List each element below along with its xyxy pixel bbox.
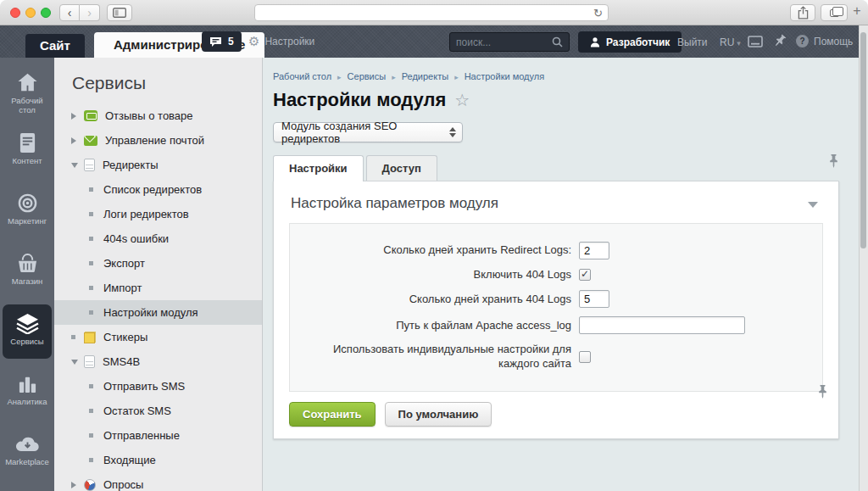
menu-item-inbox[interactable]: Входящие — [54, 448, 262, 472]
field-label: Сколько дней хранить Redirect Logs: — [290, 243, 571, 257]
chevron-right-icon[interactable] — [71, 113, 84, 120]
sidebar-item-label: Marketplace — [3, 457, 52, 466]
chevron-down-icon[interactable] — [71, 360, 84, 365]
menu-item-redirects[interactable]: Редиректы — [54, 153, 262, 177]
bullet-icon — [89, 261, 93, 265]
pushpin-icon — [818, 385, 827, 399]
sidebar-item-shop[interactable]: Магазин — [3, 244, 52, 299]
menu-item-polls[interactable]: Опросы — [54, 472, 262, 491]
menu-item-404-errors[interactable]: 404s ошибки — [54, 226, 262, 251]
select-stepper-icon — [449, 127, 456, 137]
tab-access[interactable]: Доступ — [366, 155, 437, 181]
bullet-icon — [89, 384, 93, 388]
close-window-button[interactable] — [10, 8, 20, 18]
menu-item-sms4b[interactable]: SMS4B — [54, 349, 262, 374]
breadcrumb-link[interactable]: Сервисы — [348, 71, 387, 81]
collapse-icon[interactable] — [808, 202, 818, 208]
nav-settings-button[interactable]: ⚙ Настройки — [248, 35, 314, 47]
menu-item-label: Опросы — [103, 478, 143, 491]
nav-settings-label: Настройки — [264, 36, 314, 47]
menu-item-sent[interactable]: Отправленные — [54, 423, 262, 448]
tab-settings[interactable]: Настройки — [273, 155, 364, 181]
sidebar-item-label: Контент — [3, 156, 52, 165]
menu-item-sms-balance[interactable]: Остаток SMS — [54, 399, 262, 423]
browser-tabs-overview-button[interactable] — [821, 4, 848, 21]
help-button[interactable]: ? Помощь — [796, 35, 853, 47]
enable-404-logs-checkbox[interactable] — [579, 269, 591, 281]
favorite-star-icon[interactable]: ☆ — [454, 90, 470, 110]
menu-item-redirect-logs[interactable]: Логи редиректов — [54, 202, 262, 226]
form-row-apache-access-log-path: Путь к файлам Apache access_log — [290, 316, 822, 334]
menu-item-send-sms[interactable]: Отправить SMS — [54, 374, 262, 399]
sidebar-item-analytics[interactable]: Аналитика — [3, 365, 52, 419]
browser-forward-button[interactable]: › — [80, 4, 100, 21]
form-row-enable-404-logs: Включить 404 Logs — [290, 268, 822, 282]
module-select[interactable]: Модуль создания SEO редиректов — [273, 122, 463, 142]
bullet-icon — [89, 237, 93, 241]
browser-back-button[interactable]: ‹ — [59, 4, 80, 21]
pin-menu-button[interactable] — [770, 33, 787, 52]
zoom-window-button[interactable] — [41, 8, 51, 18]
chevron-right-icon[interactable] — [71, 137, 84, 144]
menu-item-label: 404s ошибки — [103, 232, 169, 245]
new-tab-button[interactable]: + — [849, 3, 865, 19]
breadcrumb-link[interactable]: Настройки модуля — [465, 71, 544, 81]
default-button[interactable]: По умолчанию — [385, 402, 492, 427]
menu-item-module-settings[interactable]: Настройки модуля — [54, 300, 262, 325]
section-title: Настройка параметров модуля — [291, 195, 498, 211]
product-reviews-icon — [84, 110, 97, 121]
field-label: Использовать индивидуальные настройки дл… — [290, 343, 571, 371]
page-scrollbar[interactable] — [859, 25, 868, 491]
chevron-down-icon: ▾ — [737, 39, 741, 47]
form-row-per-site-settings: Использовать индивидуальные настройки дл… — [290, 343, 822, 371]
field-label: Сколько дней хранить 404 Logs — [290, 293, 571, 306]
sidebar-icon — [113, 8, 126, 18]
desktop-icon — [3, 70, 52, 94]
sidebar-item-label: Аналитика — [3, 397, 52, 406]
breadcrumb-link[interactable]: Рабочий стол — [273, 71, 331, 81]
breadcrumb-separator-icon: ▸ — [392, 73, 396, 81]
breadcrumb-link[interactable]: Редиректы — [402, 71, 448, 81]
share-icon — [798, 6, 809, 20]
reload-icon[interactable]: ↻ — [593, 7, 603, 20]
per-site-settings-checkbox[interactable] — [579, 351, 591, 363]
page-title: Настройки модуля — [273, 89, 446, 111]
logout-link[interactable]: Выйти — [677, 36, 708, 48]
browser-address-bar[interactable]: ↻ — [254, 4, 609, 21]
sidebar-item-desktop[interactable]: Рабочий стол — [3, 64, 52, 118]
menu-item-export[interactable]: Экспорт — [54, 251, 262, 276]
chevron-down-icon[interactable] — [71, 163, 84, 168]
menu-item-stickers[interactable]: Стикеры — [54, 325, 262, 349]
browser-sidebar-button[interactable] — [107, 4, 132, 21]
search-input[interactable]: поиск... — [449, 32, 570, 52]
bullet-icon[interactable] — [71, 335, 84, 339]
menu-item-import[interactable]: Импорт — [54, 276, 262, 300]
menu-item-mail-control[interactable]: Управление почтой — [54, 128, 262, 153]
bullet-icon — [89, 310, 93, 315]
redirect-logs-days-input[interactable] — [579, 242, 609, 259]
sidebar-item-marketplace[interactable]: Marketplace — [3, 425, 52, 479]
sidebar-item-services[interactable]: Сервисы — [3, 304, 52, 359]
404-logs-days-input[interactable] — [579, 290, 609, 308]
pin-buttons-button[interactable] — [818, 385, 827, 402]
bullet-icon — [89, 286, 93, 290]
notifications-button[interactable]: 5 — [202, 31, 242, 52]
menu-item-product-reviews[interactable]: Отзывы о товаре — [54, 103, 262, 128]
section-header[interactable]: Настройка параметров модуля — [274, 181, 838, 223]
language-selector[interactable]: RU▾ — [720, 36, 741, 48]
apache-access-log-path-input[interactable] — [579, 316, 745, 334]
chevron-right-icon[interactable] — [71, 482, 84, 488]
menu-item-label: Остаток SMS — [103, 405, 171, 417]
minimize-window-button[interactable] — [25, 8, 36, 18]
menu-item-label: Редиректы — [103, 159, 158, 171]
scrollbar-thumb[interactable] — [860, 32, 866, 248]
sidebar-item-content[interactable]: Контент — [3, 124, 52, 178]
save-button[interactable]: Сохранить — [289, 402, 376, 427]
hotkeys-button[interactable] — [748, 36, 763, 51]
site-tab[interactable]: Сайт — [25, 34, 85, 58]
developer-button[interactable]: Разработчик — [578, 31, 682, 53]
pushpin-icon — [771, 33, 787, 49]
sidebar-item-marketing[interactable]: Маркетинг — [3, 184, 52, 238]
browser-share-button[interactable] — [790, 4, 815, 21]
menu-item-redirect-list[interactable]: Список редиректов — [54, 177, 262, 202]
